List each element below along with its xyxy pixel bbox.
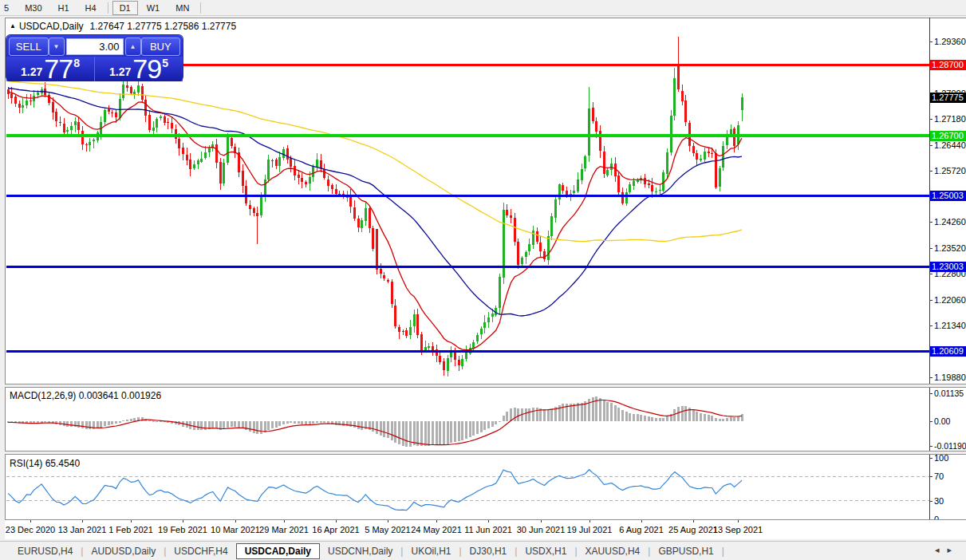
buy-price-pip: 5 (162, 57, 168, 69)
macd-tick (929, 446, 932, 447)
date-tick (183, 520, 183, 523)
date-tick (693, 520, 694, 523)
tab-scroll-right-icon[interactable]: ▸ (947, 545, 960, 554)
date-tick-label: 25 Aug 2021 (668, 525, 718, 534)
macd-chart[interactable] (6, 388, 929, 451)
macd-tick-label: -0.011904 (934, 441, 966, 451)
symbol-tab-bar: EURUSD,H4| AUDUSD,Daily| USDCHF,H4 USDCA… (0, 541, 966, 560)
price-badge: 1.23003 (930, 262, 966, 272)
date-tick-label: 19 Feb 2021 (158, 525, 207, 534)
date-tick-label: 5 May 2021 (365, 525, 410, 534)
price-tick-label: 1.21340 (934, 321, 966, 330)
price-tick-label: 1.19880 (934, 373, 966, 382)
buy-price-digits: 79 (132, 57, 161, 81)
date-tick-label: 23 Dec 2020 (6, 525, 55, 534)
macd-tick-label: 0.00 (934, 416, 950, 426)
date-tick (738, 520, 739, 523)
price-tick (929, 119, 932, 120)
tab-xauusd-h4[interactable]: XAUUSD,H4 (578, 543, 649, 559)
rsi-tick (929, 501, 932, 502)
price-tick-label: 1.22060 (934, 295, 966, 305)
volume-input[interactable] (66, 38, 124, 55)
date-tick-label: 24 May 2021 (411, 525, 462, 534)
date-tick (488, 520, 489, 523)
date-tick-label: 19 Jul 2021 (567, 525, 613, 534)
price-badge: 1.20609 (930, 346, 966, 357)
timeframe-toolbar: 5 M30 H1 H4 D1 W1 MN (0, 0, 966, 16)
macd-tick (929, 393, 932, 394)
tab-usdcnh-daily[interactable]: USDCNH,Daily (320, 543, 400, 559)
tab-usdx-h1[interactable]: USDX,H1 (517, 543, 574, 559)
price-badge: 1.27775 (930, 93, 966, 103)
price-badge: 1.26700 (930, 131, 966, 141)
toolbar-separator (200, 2, 201, 14)
sell-price-button[interactable]: 1.27 77 8 (6, 57, 94, 81)
price-tick (929, 145, 932, 146)
date-tick (30, 520, 31, 523)
date-tick (284, 520, 285, 523)
tab-eurusd-h4[interactable]: EURUSD,H4 (10, 543, 81, 559)
rsi-tick-label: 30 (934, 496, 944, 506)
date-tick (131, 520, 132, 523)
rsi-tick (929, 458, 932, 459)
macd-tick-label: 0.01135 (934, 388, 964, 398)
time-axis[interactable]: 23 Dec 202013 Jan 20211 Feb 202119 Feb 2… (5, 520, 966, 539)
date-tick (541, 520, 542, 523)
tab-gbpusd-h1[interactable]: GBPUSD,H1 (650, 543, 721, 559)
tab-audusd-daily[interactable]: AUDUSD,Daily (83, 543, 164, 559)
price-badge: 1.28700 (930, 60, 966, 70)
price-tick-label: 1.29360 (934, 37, 966, 46)
timeframe-d1[interactable]: D1 (112, 1, 138, 15)
date-tick (235, 520, 236, 523)
arrow-down-icon: ▼ (53, 43, 60, 50)
tab-dj30-h1[interactable]: DJ30,H1 (462, 543, 515, 559)
timeframe-mn[interactable]: MN (168, 1, 196, 15)
arrow-up-icon: ▲ (130, 43, 136, 50)
date-tick-label: 16 Apr 2021 (312, 525, 359, 534)
price-tick-label: 1.25720 (934, 166, 966, 175)
tab-usdchf-h4[interactable]: USDCHF,H4 (166, 543, 235, 559)
timeframe-h4[interactable]: H4 (78, 1, 104, 15)
timeframe-m30[interactable]: M30 (18, 1, 49, 15)
price-tick (929, 300, 932, 301)
price-tick (929, 325, 932, 326)
tab-ukoil-h1[interactable]: UKOil,H1 (403, 543, 459, 559)
tab-scroll-left-icon[interactable]: ◂ (935, 545, 948, 554)
date-tick-label: 6 Aug 2021 (619, 525, 664, 534)
price-tick (929, 171, 932, 172)
sell-button[interactable]: SELL (9, 37, 49, 56)
rsi-chart[interactable] (6, 455, 929, 519)
date-tick-label: 11 Jun 2021 (464, 525, 512, 534)
price-tick-label: 1.23520 (934, 243, 966, 253)
price-tick (929, 377, 932, 378)
buy-price-prefix: 1.27 (109, 65, 131, 78)
rsi-tick (929, 476, 932, 477)
macd-tick (929, 421, 932, 422)
tab-usdcad-daily[interactable]: USDCAD,Daily (236, 543, 320, 559)
sell-price-prefix: 1.27 (21, 65, 42, 78)
sell-price-pip: 8 (73, 57, 80, 69)
timeframe-m5[interactable]: 5 (1, 1, 16, 15)
date-tick (336, 520, 337, 523)
date-tick-label: 13 Sep 2021 (713, 525, 763, 534)
date-tick (641, 520, 642, 523)
one-click-trading-panel: SELL ▼ ▲ BUY 1.27 77 8 1.27 79 5 (6, 35, 183, 81)
tab-separator: | (722, 546, 724, 557)
date-tick (82, 520, 83, 523)
timeframe-h1[interactable]: H1 (51, 1, 77, 15)
date-tick-label: 1 Feb 2021 (108, 525, 153, 534)
date-tick (589, 520, 590, 523)
price-tick-label: 1.26440 (934, 140, 966, 150)
date-tick-label: 29 Mar 2021 (259, 525, 309, 534)
sell-price-digits: 77 (44, 57, 73, 81)
timeframe-w1[interactable]: W1 (140, 1, 168, 15)
price-tick-label: 1.27180 (934, 114, 966, 124)
buy-price-button[interactable]: 1.27 79 5 (95, 57, 183, 81)
date-tick-label: 30 Jun 2021 (517, 525, 566, 534)
date-tick-label: 13 Jan 2021 (58, 525, 107, 534)
date-tick-label: 10 Mar 2021 (211, 525, 260, 534)
toolbar-separator (108, 2, 108, 14)
price-tick (929, 222, 932, 223)
price-badge: 1.25003 (930, 191, 966, 201)
price-tick-label: 1.24260 (934, 217, 966, 227)
